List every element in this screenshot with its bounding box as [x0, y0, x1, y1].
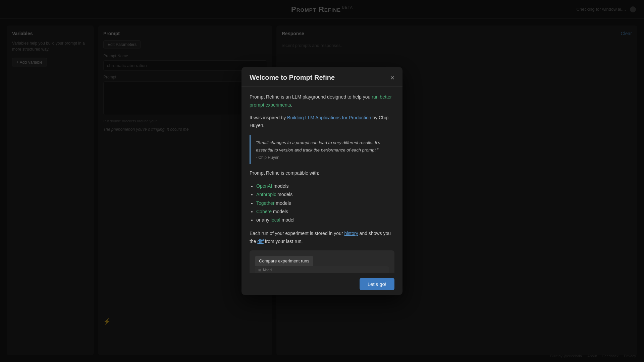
inspired-text: It was inspired by	[250, 115, 287, 120]
compare-title-text: Compare experiment runs	[259, 258, 309, 263]
openai-highlight: OpenAI	[256, 183, 272, 189]
history-text3: from your last run.	[264, 239, 303, 244]
anthropic-highlight: Anthropic	[256, 192, 276, 197]
compatible-list: OpenAI models Anthropic models Together …	[250, 182, 394, 224]
intro-paragraph: Prompt Refine is an LLM playground desig…	[250, 93, 394, 109]
intro-text-2: .	[291, 102, 292, 108]
model-label: Model	[263, 268, 272, 272]
compare-title-bar: Compare experiment runs	[255, 256, 313, 266]
history-paragraph: Each run of your experiment is stored in…	[250, 230, 394, 246]
blockquote: "Small changes to a prompt can lead to v…	[250, 135, 394, 164]
quote-attribution: - Chip Huyen	[256, 155, 389, 160]
modal-title: Welcome to Prompt Refine	[250, 74, 335, 81]
list-item: Together models	[256, 199, 394, 207]
modal-footer: Let's go!	[241, 273, 402, 295]
modal-overlay[interactable]: Welcome to Prompt Refine × Prompt Refine…	[0, 0, 644, 362]
list-item: Cohere models	[256, 207, 394, 216]
history-link[interactable]: history	[344, 231, 358, 236]
modal-close-button[interactable]: ×	[390, 74, 394, 81]
diff-link[interactable]: diff	[257, 239, 263, 244]
list-item: Anthropic models	[256, 190, 394, 199]
inspired-link[interactable]: Building LLM Applications for Production	[287, 115, 371, 120]
intro-text-1: Prompt Refine is an LLM playground desig…	[250, 94, 372, 100]
inspired-paragraph: It was inspired by Building LLM Applicat…	[250, 114, 394, 130]
model-row: ⊞ Model	[255, 266, 389, 273]
together-highlight: Together	[256, 200, 274, 206]
welcome-modal: Welcome to Prompt Refine × Prompt Refine…	[241, 67, 402, 295]
modal-header: Welcome to Prompt Refine ×	[241, 67, 402, 86]
compatible-title: Prompt Refine is compatible with:	[250, 169, 394, 177]
cohere-highlight: Cohere	[256, 209, 272, 214]
history-text: Each run of your experiment is stored in…	[250, 231, 344, 236]
modal-body: Prompt Refine is an LLM playground desig…	[241, 86, 402, 273]
list-item: or any local model	[256, 216, 394, 224]
local-highlight: local	[271, 217, 280, 223]
quote-text: "Small changes to a prompt can lead to v…	[256, 139, 389, 154]
experiment-preview: Compare experiment runs ⊞ Model anthropi…	[250, 250, 394, 273]
list-item: OpenAI models	[256, 182, 394, 190]
lets-go-button[interactable]: Let's go!	[360, 278, 394, 290]
compare-panel: ⊞ Model anthropic/claude-v1-100k anthrop…	[255, 266, 389, 273]
